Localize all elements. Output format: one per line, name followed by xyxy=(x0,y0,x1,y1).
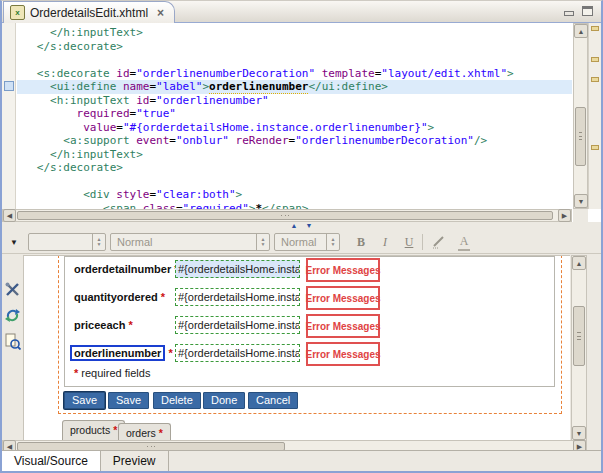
code-line xyxy=(17,175,572,189)
code-line: <div style="clear:both"> xyxy=(17,188,572,202)
source-vscroll-thumb[interactable] xyxy=(575,107,586,166)
code-token: <ui:define xyxy=(50,80,116,93)
sash-up-icon[interactable]: ▲ xyxy=(291,222,298,230)
tab-orders[interactable]: orders * xyxy=(118,423,171,440)
scroll-right-icon[interactable]: ▶ xyxy=(558,209,571,222)
cancel-button[interactable]: Cancel xyxy=(248,392,298,409)
code-token xyxy=(229,134,236,147)
overview-mark[interactable] xyxy=(591,77,599,82)
code-token: style xyxy=(116,188,149,201)
code-line: required="true" xyxy=(17,107,572,121)
maximize-icon[interactable] xyxy=(582,6,593,16)
code-lines[interactable]: </h:inputText></s:decorate><s:decorate i… xyxy=(17,23,572,209)
delete-button[interactable]: Delete xyxy=(153,392,201,409)
paragraph-format-combo[interactable]: Normal ▲▼ xyxy=(110,233,270,251)
visual-editor-pane: ▼ ▲▼ Normal ▲▼ Normal ▲▼ B I U xyxy=(2,230,601,453)
xhtml-file-icon: x xyxy=(10,5,25,20)
tab-preview[interactable]: Preview xyxy=(101,451,169,471)
editor-page-tab-bar: Visual/Source Preview xyxy=(2,450,601,471)
selected-label-text[interactable]: orderlinenumber xyxy=(70,345,165,361)
code-line: </h:inputText> xyxy=(17,148,572,162)
code-token: "onblur" xyxy=(176,134,229,147)
toolbar-separator xyxy=(422,234,423,250)
code-token: "label" xyxy=(156,80,202,93)
code-token: required xyxy=(77,107,130,120)
code-token: </ui:define> xyxy=(308,80,387,93)
design-canvas[interactable]: orderdetailnumber * #{orderdetailsHome.i… xyxy=(23,255,570,441)
scroll-down-icon[interactable]: ▼ xyxy=(572,426,586,440)
scroll-down-icon[interactable]: ▼ xyxy=(574,194,588,208)
source-vertical-scrollbar[interactable]: ▲ ▼ xyxy=(573,23,588,209)
error-messages-box: Error Messages xyxy=(306,342,380,366)
code-token: "orderlinenumberDecoration" xyxy=(295,134,474,147)
code-token: = xyxy=(169,134,176,147)
code-token xyxy=(136,202,143,210)
style-class-combo[interactable]: ▲▼ xyxy=(28,233,106,251)
split-sash[interactable]: ▲ ▼ xyxy=(2,222,601,230)
page-zoom-icon[interactable] xyxy=(4,333,21,350)
field-label-selected[interactable]: orderlinenumber * xyxy=(74,347,173,359)
overview-mark[interactable] xyxy=(591,145,599,150)
bold-button[interactable]: B xyxy=(352,234,370,250)
code-line xyxy=(17,53,572,67)
code-token: = xyxy=(176,202,183,210)
refresh-icon[interactable] xyxy=(4,307,21,324)
scroll-up-icon[interactable]: ▲ xyxy=(572,256,586,270)
code-token: "orderlinenumber" xyxy=(156,94,269,107)
font-color-icon[interactable]: A xyxy=(454,234,474,250)
underline-button[interactable]: U xyxy=(400,234,418,250)
save-button[interactable]: Save xyxy=(64,392,105,409)
required-star: * xyxy=(161,291,165,303)
minimize-icon[interactable] xyxy=(563,6,574,16)
code-token: </h:inputText> xyxy=(50,26,143,39)
combo-spinner-icon[interactable]: ▲▼ xyxy=(92,234,105,250)
toolbar-menu-icon[interactable]: ▼ xyxy=(10,238,18,247)
overview-ruler[interactable] xyxy=(588,23,601,209)
code-line: </s:decorate> xyxy=(17,161,572,175)
input-field[interactable]: #{orderdetailsHome.instan xyxy=(175,288,300,306)
visual-vertical-scrollbar[interactable]: ▲ ▼ xyxy=(571,255,587,441)
source-horizontal-scrollbar[interactable]: ◀ ▶ xyxy=(2,209,572,222)
save-button-2[interactable]: Save xyxy=(108,392,149,409)
code-token: "#{orderdetailsHome.instance.orderlinenu… xyxy=(123,121,428,134)
tab-visual-source[interactable]: Visual/Source xyxy=(2,451,101,471)
code-line: </s:decorate> xyxy=(17,40,572,54)
code-token: template xyxy=(322,67,375,80)
preferences-tools-icon[interactable] xyxy=(4,281,21,298)
code-token: <h:inputText xyxy=(50,94,129,107)
overview-mark[interactable] xyxy=(591,26,599,31)
font-combo[interactable]: Normal ▲▼ xyxy=(274,233,340,251)
tab-products[interactable]: products * xyxy=(62,420,125,440)
combo-spinner-icon[interactable]: ▲▼ xyxy=(256,234,269,250)
input-field[interactable]: #{orderdetailsHome.instan xyxy=(175,316,300,334)
done-button[interactable]: Done xyxy=(203,392,245,409)
italic-button[interactable]: I xyxy=(376,234,394,250)
visual-toolbar: ▼ ▲▼ Normal ▲▼ Normal ▲▼ B I U xyxy=(2,230,601,254)
occurrence-marker[interactable] xyxy=(4,81,14,91)
scroll-left-icon[interactable]: ◀ xyxy=(3,209,16,222)
editor-tab-orderdetailsedit[interactable]: x OrderdetailsEdit.xhtml × xyxy=(3,1,175,23)
form-row: quantityordered * #{orderdetailsHome.ins… xyxy=(65,288,554,310)
scroll-up-icon[interactable]: ▲ xyxy=(574,24,588,38)
source-hscroll-thumb[interactable] xyxy=(17,211,553,220)
sash-down-icon[interactable]: ▼ xyxy=(306,222,313,230)
code-token: <a:support xyxy=(63,134,129,147)
form-row: orderlinenumber * #{orderdetailsHome.ins… xyxy=(65,344,554,366)
input-field[interactable]: #{orderdetailsHome.instan xyxy=(175,260,300,278)
code-line: <a:support event="onblur" reRender="orde… xyxy=(17,134,572,148)
code-token: <span xyxy=(103,202,136,210)
source-editor-pane[interactable]: </h:inputText></s:decorate><s:decorate i… xyxy=(2,23,601,222)
visual-vscroll-thumb[interactable] xyxy=(573,306,585,367)
highlight-color-icon[interactable] xyxy=(430,234,450,250)
close-icon[interactable]: × xyxy=(157,6,164,20)
code-line: <h:inputText id="orderlinenumber" xyxy=(17,94,572,108)
field-label-text: orderdetailnumber xyxy=(74,263,171,275)
code-token xyxy=(116,80,123,93)
combo-spinner-icon[interactable]: ▲▼ xyxy=(326,234,339,250)
required-note-text: required fields xyxy=(78,367,150,379)
code-token: value xyxy=(83,121,116,134)
form-row: orderdetailnumber * #{orderdetailsHome.i… xyxy=(65,260,554,282)
overview-mark[interactable] xyxy=(591,57,599,62)
input-field[interactable]: #{orderdetailsHome.instan xyxy=(175,344,300,362)
code-token: <s:decorate xyxy=(37,67,110,80)
